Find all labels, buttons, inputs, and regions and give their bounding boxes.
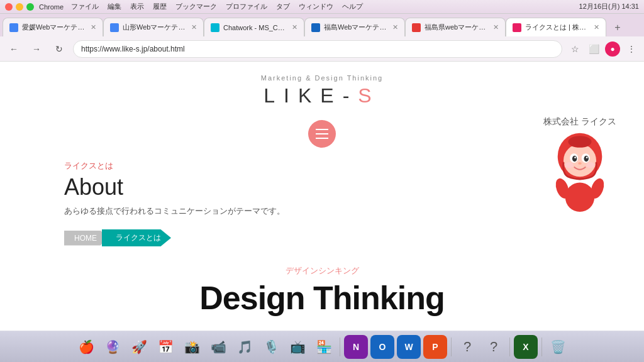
tab-title: 福島県webマーケティ... bbox=[425, 23, 489, 32]
dock-calendar[interactable]: 📅 bbox=[153, 335, 177, 359]
tab-愛媛[interactable]: 愛媛Webマーケティン... ✕ bbox=[3, 18, 103, 36]
dock-music[interactable]: 🎵 bbox=[233, 335, 257, 359]
back-button[interactable]: ← bbox=[5, 40, 23, 58]
dock-separator bbox=[340, 337, 340, 356]
tab-title: ライクスとは | 株式会社... bbox=[525, 23, 590, 32]
datetime: 12月16日(月) 14:31 bbox=[579, 2, 639, 11]
hamburger-line-2 bbox=[316, 133, 328, 134]
character-illustration bbox=[542, 130, 618, 212]
menu-view[interactable]: 表示 bbox=[130, 2, 144, 11]
tab-favicon bbox=[9, 23, 18, 32]
dock-separator-2 bbox=[451, 337, 452, 356]
page-description: あらゆる接点で行われるコミュニケーションがテーマです。 bbox=[64, 206, 580, 217]
address-bar[interactable]: https://www.like-s.jp/about.html bbox=[73, 40, 562, 58]
menu-window[interactable]: ウィンドウ bbox=[299, 2, 333, 11]
tab-favicon bbox=[110, 23, 119, 32]
dock-facetime[interactable]: 📹 bbox=[206, 335, 230, 359]
svg-point-2 bbox=[568, 136, 591, 148]
tab-title: 福島Webマーケティン... bbox=[324, 23, 389, 32]
toolbar-icons: ☆ ⬜ ● ⋮ bbox=[567, 41, 639, 57]
dock-outlook[interactable]: O bbox=[370, 335, 394, 359]
menu-profile[interactable]: プロファイル bbox=[226, 2, 267, 11]
logo-subtitle: Marketing & Design Thinking bbox=[261, 74, 383, 82]
design-label: デザインシンキング bbox=[25, 265, 619, 277]
tab-close[interactable]: ✕ bbox=[594, 23, 599, 31]
reload-button[interactable]: ↻ bbox=[50, 40, 68, 58]
menu-bookmarks[interactable]: ブックマーク bbox=[175, 2, 217, 11]
dock-photos[interactable]: 📸 bbox=[180, 335, 204, 359]
tab-title: 山形Webマーケティン... bbox=[123, 23, 187, 32]
tab-close[interactable]: ✕ bbox=[392, 23, 398, 31]
dock-help1[interactable]: ? bbox=[455, 335, 479, 359]
hamburger-menu[interactable] bbox=[308, 120, 336, 148]
dock-powerpoint[interactable]: P bbox=[423, 335, 447, 359]
dock-siri[interactable]: 🔮 bbox=[101, 335, 125, 359]
cast-icon[interactable]: ⬜ bbox=[586, 41, 601, 57]
tab-likes[interactable]: ライクスとは | 株式会社... ✕ bbox=[506, 18, 606, 36]
titlebar: Chrome ファイル 編集 表示 履歴 ブックマーク プロファイル タブ ウィ… bbox=[0, 0, 644, 14]
website: Marketing & Design Thinking LIKE-S ライクスと… bbox=[0, 62, 644, 331]
breadcrumb-current[interactable]: ライクスとは bbox=[102, 229, 171, 246]
menu-tab[interactable]: タブ bbox=[276, 2, 290, 11]
tab-favicon bbox=[211, 23, 219, 32]
tab-山形[interactable]: 山形Webマーケティン... ✕ bbox=[103, 18, 204, 36]
hamburger-line-3 bbox=[316, 138, 328, 139]
svg-point-7 bbox=[574, 156, 576, 158]
window-controls[interactable] bbox=[5, 3, 34, 11]
tab-福島1[interactable]: 福島Webマーケティン... ✕ bbox=[304, 18, 405, 36]
tab-close[interactable]: ✕ bbox=[493, 23, 499, 31]
titlebar-right: 12月16日(月) 14:31 bbox=[579, 2, 639, 11]
menu-history[interactable]: 履歴 bbox=[153, 2, 167, 11]
tab-title: 愛媛Webマーケティン... bbox=[22, 23, 87, 32]
dock-appstore[interactable]: 🏪 bbox=[312, 335, 336, 359]
profile-icon[interactable]: ● bbox=[605, 41, 620, 57]
tab-close[interactable]: ✕ bbox=[91, 23, 96, 31]
svg-point-11 bbox=[586, 162, 594, 168]
dock-help2[interactable]: ? bbox=[482, 335, 506, 359]
hamburger-line-1 bbox=[316, 129, 328, 130]
browser-content: Marketing & Design Thinking LIKE-S ライクスと… bbox=[0, 62, 644, 331]
bookmark-icon[interactable]: ☆ bbox=[567, 41, 582, 57]
svg-point-1 bbox=[564, 144, 596, 177]
tab-favicon bbox=[513, 23, 521, 32]
close-button[interactable] bbox=[5, 3, 13, 11]
tab-favicon bbox=[412, 23, 421, 32]
dock-trash[interactable]: 🗑️ bbox=[546, 335, 570, 359]
url-text: https://www.like-s.jp/about.html bbox=[81, 45, 185, 53]
dock-launchpad[interactable]: 🚀 bbox=[127, 335, 151, 359]
svg-point-5 bbox=[572, 156, 577, 162]
svg-point-10 bbox=[565, 162, 574, 168]
dock-finder[interactable]: 🍎 bbox=[74, 335, 98, 359]
main-content: ライクスとは About あらゆる接点で行われるコミュニケーションがテーマです。… bbox=[39, 154, 605, 253]
forward-button[interactable]: → bbox=[28, 40, 45, 58]
dock-excel[interactable]: X bbox=[514, 335, 538, 359]
logo-like: LIKE- bbox=[264, 84, 358, 107]
svg-point-6 bbox=[584, 156, 589, 162]
section-label: ライクスとは bbox=[64, 160, 580, 172]
svg-point-9 bbox=[578, 162, 582, 165]
svg-point-8 bbox=[586, 156, 588, 158]
new-tab-button[interactable]: + bbox=[609, 19, 626, 36]
dock-word[interactable]: W bbox=[397, 335, 421, 359]
menu-edit[interactable]: 編集 bbox=[108, 2, 121, 11]
dock-podcast[interactable]: 🎙️ bbox=[259, 335, 283, 359]
tab-close[interactable]: ✕ bbox=[292, 23, 297, 31]
dock-onenote[interactable]: N bbox=[344, 335, 368, 359]
dock-appletv[interactable]: 📺 bbox=[286, 335, 309, 359]
tab-福島2[interactable]: 福島県webマーケティ... ✕ bbox=[405, 18, 506, 36]
breadcrumb-home[interactable]: HOME bbox=[64, 231, 107, 246]
logo-text: LIKE-S bbox=[261, 84, 383, 107]
menu-bar[interactable]: ファイル 編集 表示 履歴 ブックマーク プロファイル タブ ウィンドウ ヘルプ bbox=[71, 2, 363, 11]
addressbar: ← → ↻ https://www.like-s.jp/about.html ☆… bbox=[0, 36, 644, 62]
logo-area: Marketing & Design Thinking LIKE-S bbox=[261, 62, 383, 114]
menu-dots[interactable]: ⋮ bbox=[624, 41, 639, 57]
tab-chatwork[interactable]: Chatwork - MS_CS S... ✕ bbox=[204, 18, 304, 36]
menu-help[interactable]: ヘルプ bbox=[342, 2, 363, 11]
app-name: Chrome bbox=[39, 3, 64, 11]
maximize-button[interactable] bbox=[26, 3, 34, 11]
menu-file[interactable]: ファイル bbox=[71, 2, 99, 11]
tab-favicon bbox=[311, 23, 320, 32]
minimize-button[interactable] bbox=[16, 3, 23, 11]
svg-point-12 bbox=[565, 183, 594, 212]
tab-close[interactable]: ✕ bbox=[191, 23, 197, 31]
